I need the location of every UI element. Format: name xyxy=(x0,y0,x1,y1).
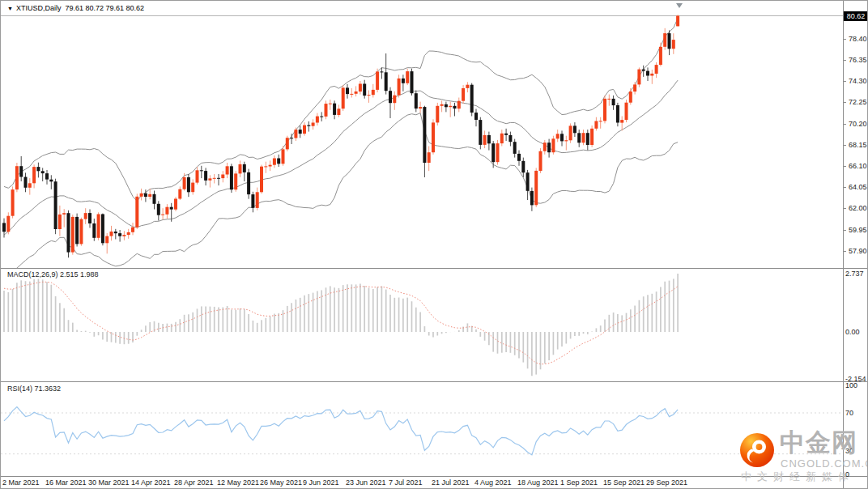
date-tick-label: 1 Sep 2021 xyxy=(560,478,598,487)
price-tick-label: 68.15 xyxy=(849,141,867,149)
main-price-chart[interactable] xyxy=(1,1,843,268)
candle-body xyxy=(603,99,606,121)
candle-body xyxy=(135,197,138,227)
candle-body xyxy=(208,178,211,180)
candle-body xyxy=(668,33,671,49)
candle-body xyxy=(226,166,229,174)
symbol-ohlc-values: 79.61 80.72 79.61 80.62 xyxy=(65,4,144,12)
candle-body xyxy=(316,117,319,123)
candle-body xyxy=(28,183,32,188)
candle-body xyxy=(457,101,461,109)
candle-body xyxy=(79,219,83,244)
price-tick-label: 72.25 xyxy=(849,98,867,106)
candle-body xyxy=(466,85,469,88)
candle-body xyxy=(243,164,246,172)
candle-body xyxy=(372,90,375,95)
candle-body xyxy=(333,104,336,115)
macd-indicator-panel[interactable] xyxy=(1,269,843,381)
candle-body xyxy=(110,232,113,236)
candle-body xyxy=(140,193,143,197)
candle-body xyxy=(368,95,371,96)
candle-body xyxy=(67,213,70,252)
candle-body xyxy=(432,122,435,152)
candle-body xyxy=(174,199,177,210)
candle-body xyxy=(676,16,679,27)
candle-body xyxy=(577,133,581,142)
candle-body xyxy=(491,143,495,162)
candle-body xyxy=(500,134,504,143)
candle-body xyxy=(355,91,358,94)
candle-body xyxy=(329,104,332,104)
candle-body xyxy=(299,130,302,134)
price-tick-label: 76.35 xyxy=(849,56,867,64)
candle-body xyxy=(569,125,572,140)
candle-body xyxy=(359,84,362,92)
candle-body xyxy=(496,143,500,162)
candle-body xyxy=(607,99,611,100)
candle-body xyxy=(573,125,577,133)
candle-body xyxy=(521,161,525,172)
price-tick-label: 78.40 xyxy=(849,35,867,43)
candle-body xyxy=(307,125,310,126)
candle-body xyxy=(539,151,542,171)
rsi-indicator-panel[interactable] xyxy=(1,382,843,476)
candle-body xyxy=(346,87,349,94)
panel-divider-rsi[interactable] xyxy=(1,381,868,382)
candle-body xyxy=(385,72,388,91)
candle-body xyxy=(170,207,173,210)
candle-body xyxy=(625,103,628,120)
candle-body xyxy=(118,233,121,236)
date-tick-label: 4 Aug 2021 xyxy=(474,478,512,487)
price-tick-mark xyxy=(843,166,846,167)
candle-body xyxy=(415,93,418,108)
candle-body xyxy=(312,123,315,126)
candle-body xyxy=(650,74,653,76)
candle-body xyxy=(517,154,521,161)
candle-body xyxy=(672,40,675,49)
price-tick-mark xyxy=(843,230,846,231)
candle-body xyxy=(131,227,134,232)
date-tick-label: 29 Sep 2021 xyxy=(646,478,687,487)
price-tick-label: 66.10 xyxy=(849,162,867,170)
macd-axis-label: 2.737 xyxy=(845,270,864,278)
candle-body xyxy=(655,65,658,74)
candle-body xyxy=(642,70,645,71)
candle-body xyxy=(286,138,289,149)
bollinger-upper-band xyxy=(4,19,678,202)
collapse-triangle-icon[interactable]: ▼ xyxy=(7,6,13,11)
candle-body xyxy=(290,138,293,138)
price-axis-border xyxy=(843,1,844,489)
candle-body xyxy=(363,84,366,96)
candle-body xyxy=(445,104,448,108)
candle-body xyxy=(470,85,474,113)
candle-body xyxy=(586,133,589,145)
candle-body xyxy=(462,88,465,101)
candle-body xyxy=(612,99,615,105)
candle-body xyxy=(62,213,66,215)
date-tick-label: 30 Mar 2021 xyxy=(88,478,130,487)
candle-body xyxy=(428,152,431,163)
candle-body xyxy=(393,96,396,104)
candle-body xyxy=(11,189,15,216)
candle-body xyxy=(402,79,405,83)
candle-body xyxy=(187,177,190,192)
candle-body xyxy=(342,87,345,108)
candle-body xyxy=(247,172,250,194)
candle-body xyxy=(504,134,508,135)
candle-body xyxy=(398,79,401,96)
candle-body xyxy=(560,134,564,141)
candle-body xyxy=(122,235,126,236)
candle-body xyxy=(303,125,306,134)
candle-body xyxy=(350,94,353,95)
price-tick-mark xyxy=(843,187,846,188)
candle-body xyxy=(663,33,666,47)
candle-body xyxy=(594,121,598,129)
panel-divider-macd[interactable] xyxy=(1,268,868,269)
candle-body xyxy=(526,172,530,191)
candle-body xyxy=(320,117,323,117)
candle-body xyxy=(19,166,23,176)
candle-body xyxy=(629,91,632,103)
cngold-watermark: 中金网 CNGOLD.COM.CN 中文财经新媒体 xyxy=(734,428,864,485)
candle-body xyxy=(419,107,422,108)
date-tick-label: 26 May 2021 xyxy=(260,478,302,487)
